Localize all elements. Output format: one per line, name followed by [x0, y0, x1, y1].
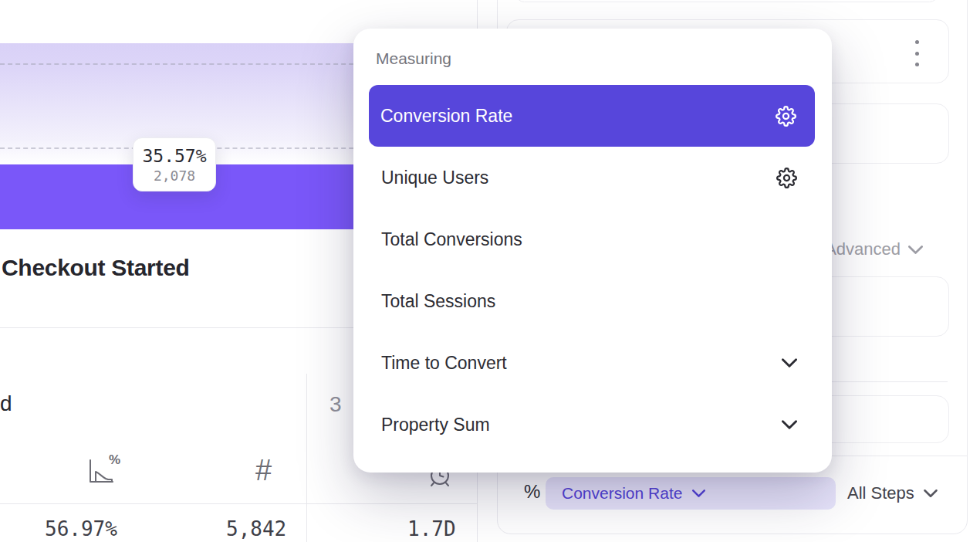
chevron-down-icon [908, 246, 923, 254]
gear-icon[interactable] [776, 106, 796, 127]
advanced-toggle[interactable]: Advanced [825, 239, 923, 259]
time-to-convert-value: 1.7D [407, 517, 456, 540]
count-icon: # [255, 454, 272, 487]
menu-item-time-to-convert[interactable]: Time to Convert [370, 332, 816, 394]
chevron-down-icon [782, 358, 797, 368]
menu-item-unique-users[interactable]: Unique Users [370, 147, 816, 208]
advanced-label: Advanced [825, 239, 901, 259]
steps-selector-label: All Steps [847, 483, 914, 503]
menu-item-property-sum[interactable]: Property Sum [370, 394, 816, 456]
percent-symbol: % [524, 481, 540, 503]
funnel-tooltip: 35.57% 2,078 [133, 137, 216, 191]
gear-icon[interactable] [776, 168, 797, 188]
table-right-step-label: 3 [329, 392, 342, 417]
table-left-step-label: d [0, 391, 12, 416]
measuring-selector-button[interactable]: Conversion Rate [546, 477, 836, 510]
chevron-down-icon [692, 489, 705, 497]
kebab-menu-icon[interactable] [913, 40, 921, 66]
menu-item-total-sessions[interactable]: Total Sessions [370, 270, 816, 332]
percent-glyph: % [109, 452, 120, 468]
menu-item-conversion-rate[interactable]: Conversion Rate [369, 85, 815, 147]
steps-selector-button[interactable]: All Steps [847, 477, 938, 510]
chevron-down-icon [924, 489, 938, 497]
tooltip-count: 2,078 [154, 168, 195, 184]
step-title: Checkout Started [2, 255, 190, 281]
divider [0, 503, 478, 504]
tooltip-percent: 35.57% [142, 146, 206, 166]
conversion-rate-value: 56.97% [45, 517, 117, 540]
chevron-down-icon [782, 420, 797, 429]
measuring-dropdown-heading: Measuring [376, 49, 451, 68]
query-row-top[interactable] [515, 0, 938, 2]
count-value: 5,842 [226, 517, 286, 540]
funnel-report-screen: 35.57% 2,078 Checkout Started d 3 % # [0, 0, 980, 542]
measuring-dropdown: Measuring Conversion Rate Unique Users T… [353, 29, 832, 473]
table-column-divider [306, 374, 307, 542]
menu-item-total-conversions[interactable]: Total Conversions [370, 208, 816, 270]
conversion-rate-icon: % [85, 456, 119, 486]
measuring-selector-label: Conversion Rate [562, 484, 682, 503]
